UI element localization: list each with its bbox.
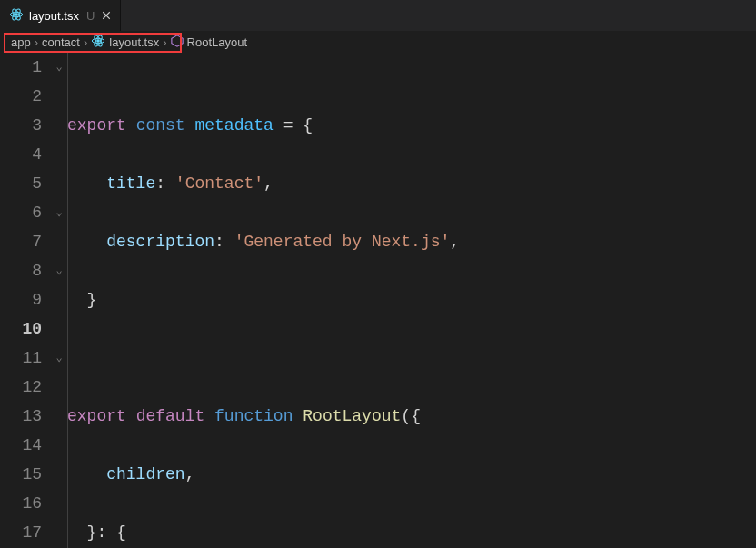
code-line: title: 'Contact', — [67, 169, 756, 198]
breadcrumb-symbol[interactable]: RootLayout — [171, 35, 248, 50]
fold-column: ⌄ ⌄ ⌄ ⌄ — [51, 53, 67, 548]
react-file-icon — [91, 34, 105, 51]
line-number: 3 — [0, 111, 42, 140]
code-line: export const metadata = { — [67, 111, 756, 140]
line-number: 8 — [0, 256, 42, 285]
line-number-gutter: 1 2 3 4 5 6 7 8 9 10 11 12 13 14 15 16 1… — [0, 53, 51, 548]
line-number: 4 — [0, 140, 42, 169]
tab-bar: layout.tsx U — [0, 0, 756, 31]
line-number: 6 — [0, 198, 42, 227]
fold-toggle-icon[interactable]: ⌄ — [51, 256, 67, 285]
line-number: 13 — [0, 402, 42, 431]
chevron-right-icon: › — [84, 35, 87, 49]
chevron-right-icon: › — [163, 35, 166, 49]
svg-point-6 — [97, 39, 100, 42]
line-number: 5 — [0, 169, 42, 198]
line-number: 14 — [0, 431, 42, 460]
code-editor[interactable]: 1 2 3 4 5 6 7 8 9 10 11 12 13 14 15 16 1… — [0, 53, 756, 548]
code-line: } — [67, 285, 756, 314]
tab-filename: layout.tsx — [29, 9, 79, 23]
line-number: 2 — [0, 82, 42, 111]
svg-point-0 — [15, 13, 18, 15]
line-number: 15 — [0, 460, 42, 489]
line-number: 9 — [0, 285, 42, 314]
code-line — [67, 344, 756, 373]
line-number: 17 — [0, 518, 42, 547]
line-number: 1 — [0, 53, 42, 82]
react-file-icon — [9, 7, 24, 25]
fold-toggle-icon[interactable]: ⌄ — [51, 53, 67, 82]
method-symbol-icon — [171, 35, 184, 50]
line-number: 7 — [0, 227, 42, 256]
chevron-right-icon: › — [35, 35, 38, 49]
breadcrumb-file[interactable]: layout.tsx — [91, 34, 159, 51]
close-icon[interactable] — [100, 9, 113, 22]
line-number: 16 — [0, 489, 42, 518]
code-line: description: 'Generated by Next.js', — [67, 227, 756, 256]
fold-toggle-icon[interactable]: ⌄ — [51, 344, 67, 373]
line-number: 12 — [0, 373, 42, 402]
code-line: export default function RootLayout({ — [67, 402, 756, 431]
breadcrumb[interactable]: app › contact › layout.tsx › RootLayout — [0, 31, 756, 53]
tab-modified-status: U — [86, 9, 94, 23]
breadcrumb-folder-app[interactable]: app — [11, 35, 31, 49]
code-area[interactable]: export const metadata = { title: 'Contac… — [67, 53, 756, 548]
line-number: 10 — [0, 314, 42, 344]
editor-tab[interactable]: layout.tsx U — [0, 0, 121, 31]
breadcrumb-folder-contact[interactable]: contact — [42, 35, 80, 49]
code-line: children, — [67, 460, 756, 489]
code-line: }: { — [67, 518, 756, 547]
fold-toggle-icon[interactable]: ⌄ — [51, 198, 67, 227]
line-number: 11 — [0, 344, 42, 373]
